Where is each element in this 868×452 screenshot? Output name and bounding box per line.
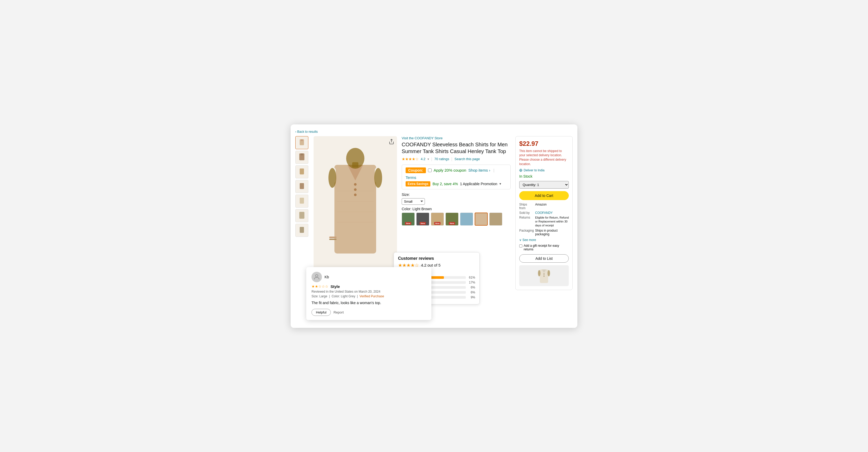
see-more-link[interactable]: ∨ See more (519, 238, 569, 242)
product-main-image (321, 144, 389, 264)
new-badge-2: New (420, 222, 426, 225)
swatch-light-brown[interactable]: New (431, 213, 444, 225)
size-label: Size: (402, 192, 510, 197)
thumbnail-1[interactable] (295, 136, 308, 149)
thumbnail-3[interactable] (295, 165, 308, 178)
svg-rect-25 (329, 237, 337, 238)
svg-point-35 (315, 274, 318, 277)
star-rating: ★★★★☆ (402, 157, 418, 161)
rating-row: ★★★★☆ 4.2 ▾ | 70 ratings | Search this p… (402, 157, 510, 161)
svg-point-23 (329, 168, 336, 188)
sidebar-product-image (519, 265, 569, 286)
ships-from-section: Ships from Amazon Sold by COOFANDY Retur… (519, 203, 569, 236)
savings-row: Extra Savings Buy 2, save 4% 1 Applicabl… (406, 181, 507, 186)
packaging-row: Packaging Ships in product packaging (519, 229, 569, 236)
svg-rect-7 (299, 212, 305, 218)
promo-dropdown-icon[interactable]: ▾ (499, 182, 501, 186)
ships-from-value: Amazon (535, 203, 547, 210)
price: $22.97 (519, 140, 569, 147)
back-to-results-link[interactable]: Back to results (295, 130, 318, 133)
bar-pct-5: 61% (467, 276, 475, 279)
add-to-list-button[interactable]: Add to List (519, 254, 569, 263)
reviewer-row: Kb (311, 272, 426, 282)
new-badge-4: New (449, 222, 455, 225)
sold-by-value[interactable]: COOFANDY (535, 211, 553, 215)
review-size-color: Size: Large | Color: Light Grey | Verifi… (311, 295, 426, 298)
thumbnail-6[interactable] (295, 209, 308, 222)
swatch-khaki[interactable] (489, 213, 502, 225)
svg-rect-5 (300, 183, 304, 189)
svg-point-24 (374, 168, 382, 188)
swatch-army-green[interactable]: New (402, 213, 415, 225)
share-icon[interactable] (389, 139, 394, 146)
shipping-warning: This item cannot be shipped to your sele… (519, 149, 569, 167)
color-section: Color: Light Brown New New New New (402, 207, 510, 225)
gift-label: Add a gift receipt for easy returns (524, 244, 569, 251)
size-selector[interactable]: Small Medium Large X-Large XX-Large (402, 198, 425, 205)
helpful-button[interactable]: Helpful (311, 309, 331, 316)
review-actions: Helpful Report (311, 309, 426, 316)
thumbnail-7[interactable] (295, 224, 308, 237)
add-to-cart-button[interactable]: Add to Cart (519, 191, 569, 200)
svg-point-33 (538, 270, 540, 276)
shop-items-link[interactable]: Shop items › (468, 168, 490, 172)
ratings-count[interactable]: 70 ratings (434, 157, 449, 161)
extra-savings-badge: Extra Savings (406, 181, 430, 186)
thumbnail-2[interactable] (295, 151, 308, 164)
svg-rect-4 (300, 168, 304, 174)
review-card: Kb ★★☆☆☆ Style Reviewed in the United St… (306, 267, 431, 320)
terms-link[interactable]: Terms (406, 175, 416, 180)
coupon-box: Coupon: Apply 20% coupon Shop items › | … (402, 164, 510, 189)
reviews-avg-score: 4.2 out of 5 (421, 263, 440, 267)
rating-chevron[interactable]: ▾ (428, 157, 429, 161)
reviewer-name: Kb (324, 275, 329, 279)
review-title: Style (331, 284, 340, 289)
svg-rect-1 (301, 139, 303, 141)
review-size: Large (319, 295, 328, 298)
ships-from-key: Ships from (519, 203, 534, 210)
returns-key: Returns (519, 216, 534, 228)
swatch-beige[interactable] (475, 213, 488, 225)
coupon-label: Coupon: (406, 168, 426, 173)
svg-point-13 (354, 188, 356, 191)
review-stars: ★★☆☆☆ (311, 284, 329, 289)
svg-point-34 (548, 270, 550, 276)
svg-point-31 (544, 273, 545, 275)
svg-rect-3 (301, 153, 303, 155)
svg-rect-6 (300, 198, 304, 204)
deliver-to-row[interactable]: Deliver to India (519, 169, 569, 172)
size-section: Size: Small Medium Large X-Large XX-Larg… (402, 192, 510, 205)
savings-text: Buy 2, save 4% (432, 182, 458, 186)
coupon-checkbox[interactable] (428, 169, 432, 172)
gift-checkbox[interactable] (519, 244, 522, 247)
product-title: COOFANDY Sleeveless Beach Shirts for Men… (402, 141, 510, 155)
thumbnail-4[interactable] (295, 180, 308, 193)
page-wrapper: Back to results (291, 124, 577, 328)
bar-pct-2: 6% (467, 291, 475, 294)
search-page-link[interactable]: Search this page (454, 157, 480, 161)
report-link[interactable]: Report (333, 310, 344, 314)
sold-by-key: Sold by (519, 211, 534, 215)
packaging-key: Packaging (519, 229, 534, 236)
quantity-selector[interactable]: Quantity: 1 Quantity: 2 Quantity: 3 Quan… (519, 181, 569, 188)
thumbnail-list (295, 136, 309, 237)
reviewer-avatar (311, 272, 322, 282)
swatch-dark-gray[interactable]: New (416, 213, 429, 225)
bar-pct-4: 17% (467, 281, 475, 284)
swatch-light-blue[interactable] (460, 213, 473, 225)
color-label: Color: Light Brown (402, 207, 510, 211)
swatch-olive[interactable]: New (445, 213, 459, 225)
promo-text: 1 Applicable Promotion (460, 182, 497, 186)
deliver-to-label: Deliver to India (524, 169, 545, 172)
thumbnail-5[interactable] (295, 194, 308, 208)
coupon-row: Coupon: Apply 20% coupon Shop items › | … (406, 168, 507, 180)
apply-coupon-text: Apply 20% coupon (434, 168, 466, 172)
color-swatches: New New New New (402, 213, 510, 225)
bar-pct-1: 9% (467, 296, 475, 299)
review-color: Light Grey (341, 295, 355, 298)
svg-rect-22 (352, 162, 359, 168)
new-badge-3: New (434, 222, 440, 225)
sold-by-row: Sold by COOFANDY (519, 211, 569, 215)
store-link[interactable]: Visit the COOFANDY Store (402, 136, 510, 140)
review-date: Reviewed in the United States on March 2… (311, 290, 426, 294)
